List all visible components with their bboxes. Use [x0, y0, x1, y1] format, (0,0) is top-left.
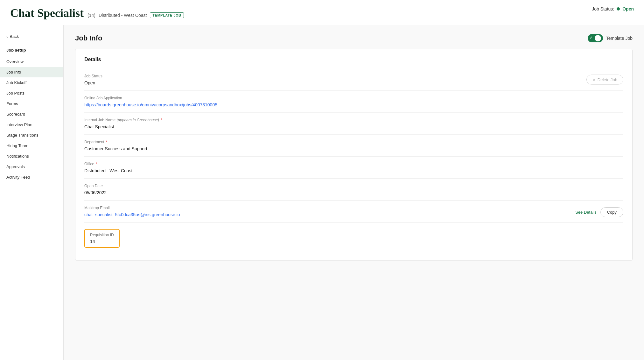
required-asterisk-office: *: [96, 162, 97, 166]
sidebar: ‹ Back Job setup Overview Job Info Job K…: [0, 25, 64, 360]
office-label: Office *: [84, 162, 623, 166]
internal-name-label: Internal Job Name (appears in Greenhouse…: [84, 118, 623, 122]
template-badge: TEMPLATE JOB: [150, 12, 184, 18]
online-app-label: Online Job Application: [84, 96, 623, 100]
department-field: Department * Customer Success and Suppor…: [84, 135, 623, 157]
maildrop-email-link[interactable]: chat_specalist_5fc0dca35us@iris.greenhou…: [84, 212, 180, 217]
requisition-box: Requisition ID 14: [84, 229, 120, 248]
sidebar-interview-plan-label: Interview Plan: [6, 122, 32, 127]
copy-button[interactable]: Copy: [600, 207, 623, 217]
internal-name-field: Internal Job Name (appears in Greenhouse…: [84, 113, 623, 135]
online-app-link[interactable]: https://boards.greenhouse.io/omnivacorps…: [84, 102, 217, 107]
status-dot-icon: [617, 7, 620, 11]
page-header: Chat Specialist (14) Distributed - West …: [0, 0, 644, 25]
toggle-check-icon: ✓: [590, 36, 592, 40]
toggle-label: Template Job: [606, 36, 633, 41]
sidebar-item-overview[interactable]: Overview: [0, 56, 63, 67]
delete-job-label: Delete Job: [598, 77, 617, 82]
toggle-knob: [595, 35, 601, 41]
required-asterisk: *: [161, 118, 162, 122]
maildrop-row: Maildrop Email chat_specalist_5fc0dca35u…: [84, 206, 623, 217]
sidebar-scorecard-label: Scorecard: [6, 112, 25, 117]
sidebar-job-posts-label: Job Posts: [6, 91, 24, 96]
job-status-label: Job Status:: [592, 6, 614, 11]
header-left: Chat Specialist (14) Distributed - West …: [10, 6, 184, 20]
main-content: Job Info ✓ Template Job Details Job Stat…: [64, 25, 644, 360]
requisition-id-label: Requisition ID: [90, 233, 114, 237]
template-job-toggle-container[interactable]: ✓ Template Job: [588, 34, 633, 42]
requisition-field: Requisition ID 14: [84, 223, 623, 253]
header-location: Distributed - West Coast: [99, 13, 147, 18]
office-field: Office * Distributed - West Coast: [84, 157, 623, 179]
sidebar-item-notifications[interactable]: Notifications: [0, 151, 63, 161]
header-status: Job Status: Open: [592, 6, 634, 11]
sidebar-item-hiring-team[interactable]: Hiring Team: [0, 140, 63, 151]
see-details-link[interactable]: See Details: [575, 210, 596, 215]
job-status-label: Job Status: [84, 74, 623, 78]
job-status-field: Job Status Open ✕ Delete Job: [84, 69, 623, 91]
main-header-row: Job Info ✓ Template Job: [75, 34, 633, 42]
sidebar-hiring-team-label: Hiring Team: [6, 143, 28, 148]
page-title: Chat Specialist: [10, 6, 84, 20]
sidebar-overview-label: Overview: [6, 59, 24, 64]
department-label: Department *: [84, 140, 623, 144]
sidebar-item-stage-transitions[interactable]: Stage Transitions: [0, 130, 63, 140]
sidebar-item-job-posts[interactable]: Job Posts: [0, 88, 63, 98]
sidebar-item-job-info[interactable]: Job Info: [0, 67, 63, 77]
online-application-field: Online Job Application https://boards.gr…: [84, 91, 623, 113]
requisition-id-value: 14: [90, 239, 114, 244]
sidebar-item-scorecard[interactable]: Scorecard: [0, 109, 63, 119]
template-job-toggle[interactable]: ✓: [588, 34, 603, 42]
sidebar-item-job-kickoff[interactable]: Job Kickoff: [0, 77, 63, 88]
sidebar-forms-label: Forms: [6, 101, 18, 106]
open-date-value: 05/06/2022: [84, 190, 623, 195]
back-label: Back: [10, 34, 19, 39]
card-title: Details: [84, 57, 623, 62]
sidebar-stage-transitions-label: Stage Transitions: [6, 133, 38, 138]
office-value: Distributed - West Coast: [84, 168, 623, 173]
sidebar-section-title: Job setup: [0, 45, 63, 55]
applicant-count: (14): [88, 13, 95, 18]
sidebar-job-info-label: Job Info: [6, 70, 21, 75]
job-status-value: Open: [84, 80, 623, 85]
maildrop-field: Maildrop Email chat_specalist_5fc0dca35u…: [84, 201, 623, 223]
header-meta: (14) Distributed - West Coast TEMPLATE J…: [88, 12, 184, 18]
required-asterisk-dept: *: [106, 140, 108, 144]
maildrop-actions: See Details Copy: [575, 207, 623, 217]
back-chevron-icon: ‹: [6, 34, 8, 39]
maildrop-label: Maildrop Email: [84, 206, 180, 210]
section-title: Job Info: [75, 34, 102, 42]
department-value: Customer Success and Support: [84, 146, 623, 151]
x-icon: ✕: [592, 77, 596, 82]
sidebar-notifications-label: Notifications: [6, 154, 29, 159]
details-card: Details Job Status Open ✕ Delete Job Onl…: [75, 49, 633, 261]
sidebar-activity-feed-label: Activity Feed: [6, 175, 30, 180]
internal-name-value: Chat Specialist: [84, 124, 623, 129]
sidebar-item-approvals[interactable]: Approvals: [0, 161, 63, 172]
main-layout: ‹ Back Job setup Overview Job Info Job K…: [0, 25, 644, 360]
delete-job-button[interactable]: ✕ Delete Job: [586, 75, 623, 85]
open-date-label: Open Date: [84, 184, 623, 188]
job-status-value: Open: [622, 6, 634, 11]
sidebar-approvals-label: Approvals: [6, 164, 25, 169]
toggle-track: ✓: [588, 34, 603, 42]
open-date-field: Open Date 05/06/2022: [84, 179, 623, 201]
sidebar-item-activity-feed[interactable]: Activity Feed: [0, 172, 63, 182]
maildrop-content: Maildrop Email chat_specalist_5fc0dca35u…: [84, 206, 180, 217]
back-link[interactable]: ‹ Back: [0, 32, 63, 41]
sidebar-item-interview-plan[interactable]: Interview Plan: [0, 119, 63, 130]
sidebar-item-forms[interactable]: Forms: [0, 98, 63, 109]
sidebar-job-kickoff-label: Job Kickoff: [6, 80, 26, 85]
